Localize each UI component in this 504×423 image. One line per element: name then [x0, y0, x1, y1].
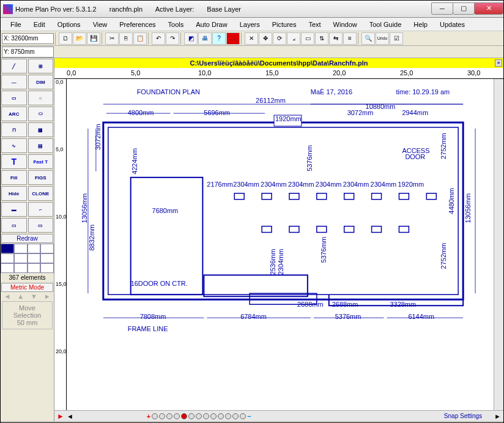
menu-toolguide[interactable]: Tool Guide	[365, 20, 407, 29]
menu-preferences[interactable]: Preferences	[114, 20, 160, 29]
stop-button[interactable]	[226, 32, 240, 45]
tool-arc[interactable]: ARC	[1, 107, 27, 121]
tool-window[interactable]: ▦	[28, 122, 54, 137]
minimize-button[interactable]: ─	[431, 2, 453, 15]
canvas-area: C:\Users\ïèùçïâàòåëü\Documents\hpp\Data\…	[54, 58, 503, 421]
drawing-canvas[interactable]: FOUNDATION PLAN MaÈ 17, 2016 time: 10.29…	[67, 79, 494, 410]
menu-window[interactable]: Window	[328, 20, 362, 29]
metric-mode[interactable]: Metric Mode	[1, 283, 53, 292]
tool-text[interactable]: T	[1, 154, 27, 169]
tool-a[interactable]: ◩	[184, 32, 198, 45]
svg-text:FRAME LINE: FRAME LINE	[128, 325, 168, 332]
svg-text:5376mm: 5376mm	[335, 313, 361, 320]
svg-text:2304mm: 2304mm	[316, 181, 342, 188]
svg-text:5376mm: 5376mm	[306, 145, 313, 171]
tool-m1[interactable]: ▭	[1, 218, 27, 233]
select-button[interactable]: ▭	[301, 32, 314, 45]
svg-text:2304mm: 2304mm	[261, 181, 287, 188]
tool-m2[interactable]: ▭	[28, 218, 54, 233]
tool-poly[interactable]: ⌐	[28, 202, 54, 217]
move-selection-panel: Move Selection 50 mm	[2, 301, 53, 329]
tool-grid[interactable]: ⊞	[28, 59, 54, 73]
menu-edit[interactable]: Edit	[29, 20, 50, 29]
filepath-bar: C:\Users\ïèùçïâàòåëü\Documents\hpp\Data\…	[54, 58, 503, 68]
tool-stairs[interactable]: ▤	[28, 138, 54, 153]
tool-dim[interactable]: DIM	[28, 75, 54, 89]
maximize-button[interactable]: ▢	[453, 2, 475, 15]
svg-rect-3	[131, 178, 203, 294]
align-button[interactable]: ≡	[343, 32, 357, 45]
svg-text:5376mm: 5376mm	[320, 237, 327, 263]
menu-autodraw[interactable]: Auto Draw	[191, 20, 232, 29]
tool-hline[interactable]: —	[1, 75, 27, 89]
svg-rect-16	[317, 226, 327, 233]
undo-button[interactable]: ↶	[152, 32, 165, 45]
menu-options[interactable]: Options	[53, 20, 86, 29]
filepath-close[interactable]: ×	[495, 59, 502, 67]
scrollbar-vertical[interactable]	[494, 79, 503, 410]
svg-rect-10	[344, 193, 354, 200]
redo-button[interactable]: ↷	[166, 32, 179, 45]
ruler-vertical: 0,0 5,0 10,0 15,0 20,0	[54, 79, 67, 410]
tool-figs[interactable]: FIGS	[28, 170, 54, 185]
zoom-button[interactable]: 🔍	[361, 32, 375, 45]
scrollbar-horizontal[interactable]: ► ◄ + − Snap Settings ►	[54, 410, 503, 421]
svg-rect-6	[234, 193, 244, 200]
menu-layers[interactable]: Layers	[235, 20, 265, 29]
tool-ellipse[interactable]: ⬭	[28, 107, 54, 121]
tool-hide[interactable]: Hide	[1, 186, 27, 201]
angle-button[interactable]: ⦟	[287, 32, 300, 45]
menu-updates[interactable]: Updates	[435, 20, 470, 29]
cut-button[interactable]: ✂	[105, 32, 119, 45]
tool-fill[interactable]: Fill	[1, 170, 27, 185]
tool-fast-text[interactable]: Fast T	[28, 154, 54, 169]
tool-rect[interactable]: ▭	[1, 91, 27, 105]
mirror-h-button[interactable]: ⇆	[329, 32, 343, 45]
tool-clone[interactable]: CLONE	[28, 186, 54, 201]
svg-text:3072mm: 3072mm	[347, 109, 374, 116]
menu-tools[interactable]: Tools	[163, 20, 189, 29]
close-button[interactable]: ✕	[474, 2, 503, 15]
svg-rect-12	[399, 193, 409, 200]
window-title: Home Plan Pro ver: 5.3.1.2 ranchfn.pln A…	[15, 6, 263, 13]
save-button[interactable]: 💾	[87, 32, 100, 45]
svg-text:7680mm: 7680mm	[152, 207, 179, 214]
delete-button[interactable]: ✕	[245, 32, 258, 45]
svg-text:FOUNDATION PLAN: FOUNDATION PLAN	[137, 88, 200, 95]
tool-curve[interactable]: ∿	[1, 138, 27, 153]
mirror-v-button[interactable]: ⇅	[315, 32, 328, 45]
svg-text:6144mm: 6144mm	[408, 313, 434, 320]
help-button[interactable]: ?	[212, 32, 226, 45]
rotate-button[interactable]: ⟳	[273, 32, 286, 45]
undo-text-button[interactable]: Undo	[376, 32, 389, 45]
tool-circle[interactable]: ○	[28, 91, 54, 105]
menu-pictures[interactable]: Pictures	[267, 20, 302, 29]
paste-button[interactable]: 📋	[133, 32, 147, 45]
copy-button[interactable]: ⎘	[119, 32, 133, 45]
svg-text:4224mm: 4224mm	[131, 148, 138, 174]
zoom-in-icon[interactable]: +	[147, 413, 150, 420]
menu-file[interactable]: File	[6, 20, 26, 29]
snap-settings-link[interactable]: Snap Settings	[444, 413, 482, 419]
zoom-dots[interactable]: + −	[147, 413, 251, 420]
zoom-out-icon[interactable]: −	[247, 413, 251, 420]
menu-help[interactable]: Help	[409, 20, 432, 29]
move-button[interactable]: ✥	[259, 32, 272, 45]
open-file-button[interactable]: 📂	[73, 32, 86, 45]
svg-rect-8	[289, 193, 299, 200]
menu-view[interactable]: View	[88, 20, 113, 29]
svg-text:DOOR: DOOR	[405, 153, 425, 160]
svg-text:2304mm: 2304mm	[343, 181, 369, 188]
checkbox-button[interactable]: ☑	[390, 32, 403, 45]
menu-text[interactable]: Text	[303, 20, 325, 29]
new-file-button[interactable]: 🗋	[59, 32, 72, 45]
tool-door[interactable]: ⊓	[1, 122, 27, 137]
tool-line[interactable]: ╱	[1, 59, 27, 73]
print-button[interactable]: 🖶	[198, 32, 212, 45]
ruler-horizontal: 0,0 5,0 10,0 15,0 20,0 25,0 30,0 ▼	[54, 68, 503, 79]
tool-wall[interactable]: ▬	[1, 202, 27, 217]
svg-text:13056mm: 13056mm	[464, 193, 472, 223]
move-arrows[interactable]: ◄▲▼►	[1, 293, 54, 300]
redraw-button[interactable]: Redraw	[1, 234, 53, 243]
color-palette[interactable]	[1, 244, 54, 273]
